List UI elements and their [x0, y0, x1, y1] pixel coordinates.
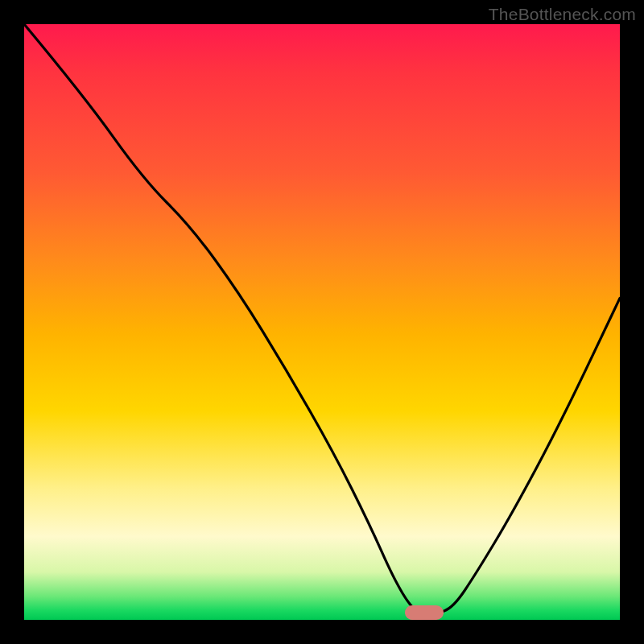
- curve-path: [24, 24, 620, 614]
- chart-frame: TheBottleneck.com: [0, 0, 644, 644]
- optimal-marker: [405, 605, 444, 620]
- bottleneck-curve: [24, 24, 620, 620]
- watermark-text: TheBottleneck.com: [489, 5, 636, 24]
- plot-area: [24, 24, 620, 620]
